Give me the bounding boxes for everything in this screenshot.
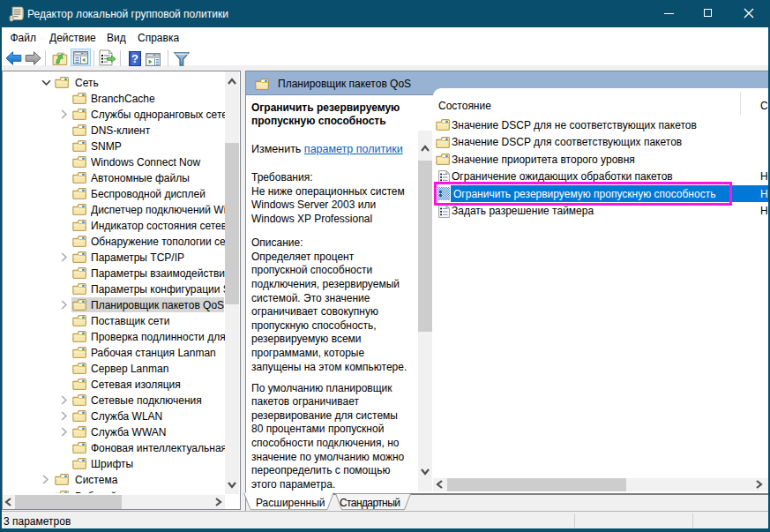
svg-text:Расширенный: Расширенный: [256, 497, 325, 509]
svg-text:Стандартный: Стандартный: [340, 497, 400, 509]
svg-text:?: ?: [131, 52, 138, 65]
